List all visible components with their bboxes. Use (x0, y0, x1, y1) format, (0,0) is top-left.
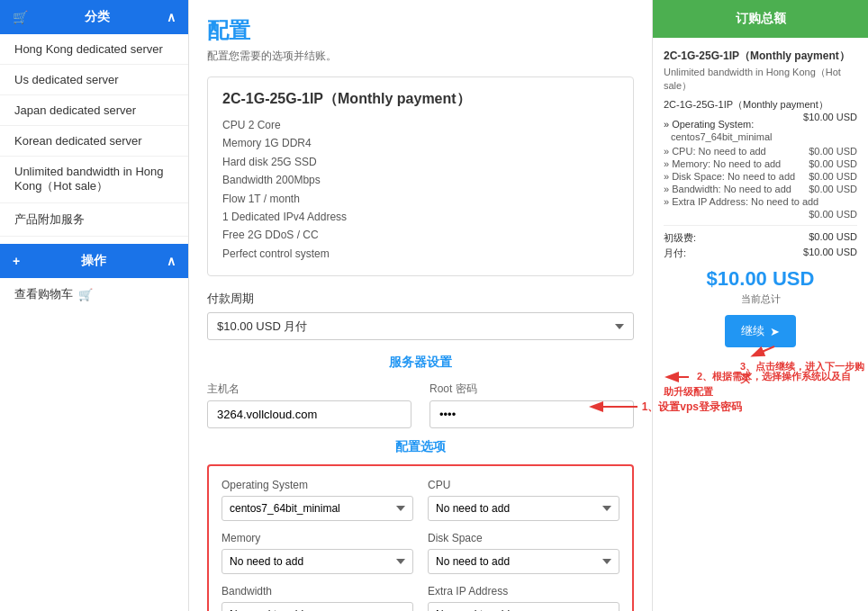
os-label: Operating System (222, 479, 413, 491)
extra-ip-select[interactable]: No need to add (428, 602, 619, 611)
order-product-sub: Unlimited bandwidth in Hong Kong（Hot sal… (664, 66, 857, 93)
payment-period-wrapper: $10.00 USD 月付 (207, 312, 634, 340)
os-group: Operating System centos7_64bit_minimal (222, 479, 413, 521)
payment-period-label: 付款周期 (207, 291, 634, 307)
sidebar-item-hk[interactable]: Hong Kong dedicated server (0, 34, 188, 65)
disk-label: Disk Space (428, 532, 619, 544)
sidebar-cart-link[interactable]: 查看购物车 🛒 (0, 278, 188, 310)
sidebar-item-korean[interactable]: Korean dedicated server (0, 126, 188, 157)
annotation3-text: 3、点击继续，进入下一步购买 (740, 342, 866, 386)
config-row-2: Memory No need to add Disk Space No need… (222, 532, 619, 574)
memory-line: » Memory: No need to add $0.00 USD (664, 158, 857, 169)
config-box: Operating System centos7_64bit_minimal C… (207, 464, 634, 611)
os-select[interactable]: centos7_64bit_minimal (222, 496, 413, 521)
bandwidth-line: » Bandwidth: No need to add $0.00 USD (664, 184, 857, 194)
disk-line: » Disk Space: No need to add $0.00 USD (664, 171, 857, 182)
order-header: 订购总额 (653, 0, 868, 38)
cpu-select[interactable]: No need to add (428, 496, 619, 521)
detail-5: 1 Dedicated IPv4 Address (222, 208, 619, 226)
plus-icon: + (13, 254, 20, 268)
extra-ip-label: Extra IP Address (428, 585, 619, 598)
payment-period-select[interactable]: $10.00 USD 月付 (207, 312, 634, 340)
hostname-group: 主机名 (207, 382, 411, 428)
root-password-label: Root 密码 (429, 382, 634, 397)
cpu-line: » CPU: No need to add $0.00 USD (664, 146, 857, 157)
cart-icon: 🛒 (78, 288, 93, 301)
order-big-price: $10.00 USD (664, 267, 857, 291)
sidebar-item-addon[interactable]: 产品附加服务 (0, 203, 188, 237)
hostname-input[interactable] (207, 400, 411, 428)
chevron-up-icon-ops: ∧ (167, 254, 176, 268)
disk-select[interactable]: No need to add (428, 549, 619, 574)
sidebar-operations-header: + 操作 ∧ (0, 244, 188, 278)
monthly-row: 月付: $10.00 USD (664, 247, 857, 260)
annotation1-text: 1、设置vps登录密码 (642, 400, 742, 415)
server-settings-row: 主机名 Root 密码 1、设置vps登录密码 (207, 382, 634, 428)
cpu-label: CPU (428, 479, 619, 491)
sidebar-item-unlimited[interactable]: Unlimited bandwidth in Hong Kong（Hot sal… (0, 157, 188, 203)
sidebar-category-header: 🛒 分类 ∧ (0, 0, 188, 34)
arrow-icon: ➤ (770, 325, 780, 338)
content-area: 配置 配置您需要的选项并结账。 2C-1G-25G-1IP（Monthly pa… (189, 0, 652, 611)
page-subtitle: 配置您需要的选项并结账。 (207, 49, 634, 64)
sidebar-item-us[interactable]: Us dedicated server (0, 65, 188, 95)
detail-2: Hard disk 25G SSD (222, 153, 619, 171)
annotation-password: 1、设置vps登录密码 (588, 398, 742, 416)
detail-4: Flow 1T / month (222, 190, 619, 208)
order-summary: 订购总额 2C-1G-25G-1IP（Monthly payment） Unli… (652, 0, 868, 611)
category-header-label: 分类 (85, 9, 110, 25)
sidebar: 🛒 分类 ∧ Hong Kong dedicated server Us ded… (0, 0, 189, 611)
memory-label: Memory (222, 532, 413, 544)
extra-ip-price: $0.00 USD (664, 209, 857, 220)
root-password-group: Root 密码 1、设置vps登录密码 (429, 382, 634, 428)
hostname-label: 主机名 (207, 382, 411, 397)
memory-group: Memory No need to add (222, 532, 413, 574)
page-title: 配置 (207, 16, 634, 45)
disk-group: Disk Space No need to add (428, 532, 619, 574)
annotation3-arrow (749, 342, 776, 360)
product-box: 2C-1G-25G-1IP（Monthly payment） CPU 2 Cor… (207, 76, 634, 276)
sidebar-nav: Hong Kong dedicated server Us dedicated … (0, 34, 188, 237)
bandwidth-select[interactable]: No need to add (222, 602, 413, 611)
detail-6: Free 2G DDoS / CC (222, 226, 619, 244)
extra-ip-line: » Extra IP Address: No need to add (664, 196, 857, 207)
os-value: centos7_64bit_minimal (671, 131, 857, 142)
order-product-name: 2C-1G-25G-1IP（Monthly payment） $10.00 US… (664, 98, 857, 112)
sidebar-item-japan[interactable]: Japan dedicated server (0, 95, 188, 126)
detail-1: Memory 1G DDR4 (222, 134, 619, 152)
detail-7: Perfect control system (222, 245, 619, 263)
annotation2-arrow (664, 369, 691, 385)
config-row-1: Operating System centos7_64bit_minimal C… (222, 479, 619, 521)
detail-3: Bandwidth 200Mbps (222, 171, 619, 189)
continue-wrapper: 继续 ➤ 3、点击继续，进入下一步购买 (664, 315, 857, 347)
cpu-group: CPU No need to add (428, 479, 619, 521)
subtotal-row: 初级费: $0.00 USD (664, 231, 857, 245)
bandwidth-group: Bandwidth No need to add (222, 585, 413, 611)
order-big-label: 当前总计 (664, 292, 857, 306)
order-body: 2C-1G-25G-1IP（Monthly payment） Unlimited… (653, 38, 868, 413)
server-settings-title: 服务器设置 (207, 355, 634, 371)
product-title: 2C-1G-25G-1IP（Monthly payment） (222, 90, 619, 109)
product-details: CPU 2 Core Memory 1G DDR4 Hard disk 25G … (222, 116, 619, 263)
chevron-up-icon: ∧ (167, 10, 176, 24)
config-options-title: 配置选项 (207, 439, 634, 455)
main-content: 配置 配置您需要的选项并结账。 2C-1G-25G-1IP（Monthly pa… (189, 0, 652, 611)
config-row-3: Bandwidth No need to add Extra IP Addres… (222, 585, 619, 611)
extra-ip-group: Extra IP Address No need to add (428, 585, 619, 611)
arrow-svg (588, 398, 642, 416)
category-icon: 🛒 (13, 10, 28, 24)
bandwidth-label: Bandwidth (222, 585, 413, 598)
order-product-title: 2C-1G-25G-1IP（Monthly payment） (664, 49, 857, 64)
operations-header-label: 操作 (81, 253, 106, 269)
memory-select[interactable]: No need to add (222, 549, 413, 574)
cart-label: 查看购物车 (14, 286, 73, 302)
order-divider (664, 225, 857, 226)
svg-line-1 (754, 346, 774, 355)
detail-0: CPU 2 Core (222, 116, 619, 134)
